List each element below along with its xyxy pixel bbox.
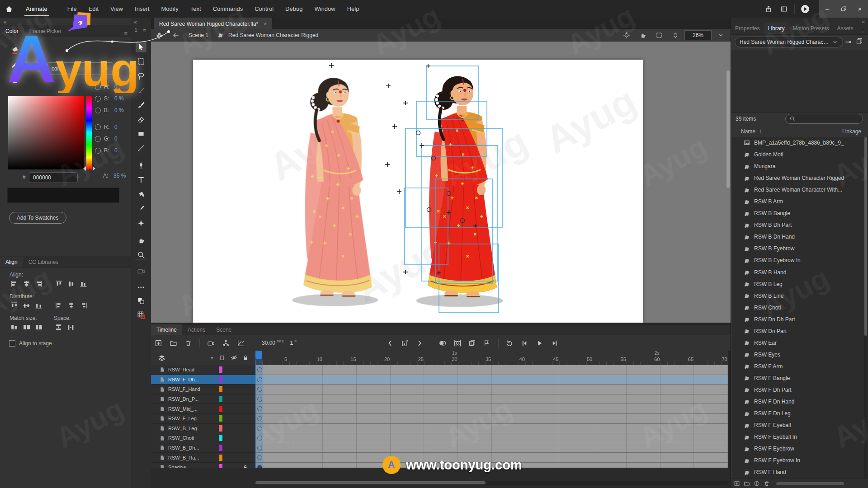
breadcrumb-symbol[interactable]: Red Saree Woman Character Rigged — [228, 32, 318, 38]
library-item-red-saree-woman-character-with-[interactable]: Red Saree Woman Character With... — [732, 184, 864, 196]
tool-pen[interactable] — [136, 160, 146, 171]
next-keyframe-icon[interactable] — [416, 339, 424, 347]
tool-snap-grid[interactable] — [136, 310, 146, 320]
frame-ruler[interactable]: 5101520253035404550556065701s2s — [255, 351, 728, 366]
library-horizontal-scrollbar[interactable] — [776, 482, 844, 485]
tool-swap-colors[interactable] — [136, 296, 146, 306]
frames-row-rsw-b-ha-[interactable] — [255, 453, 728, 463]
distribute-dt[interactable] — [8, 300, 20, 310]
distribute-dch[interactable] — [65, 300, 77, 310]
menu-modify[interactable]: Modify — [156, 0, 184, 18]
tool-more[interactable] — [136, 282, 146, 293]
zoom-dropdown-icon[interactable] — [717, 32, 724, 39]
menu-edit[interactable]: Edit — [83, 0, 104, 18]
match-mb[interactable] — [33, 322, 45, 332]
frames-grid[interactable] — [255, 365, 728, 468]
advanced-layers-icon[interactable] — [222, 339, 230, 347]
delete-item-icon[interactable] — [764, 480, 770, 487]
library-item-rsw-f-eyeball-in[interactable]: RSW F Eyeball In — [732, 431, 864, 443]
layer-row-rsw-f-leg[interactable]: RSW_F_Leg — [151, 414, 255, 424]
align-al[interactable] — [8, 279, 20, 289]
layer-name[interactable]: RSW_Choti — [168, 435, 194, 441]
r-radio[interactable] — [95, 124, 101, 130]
layer-row-rsw-choti[interactable]: RSW_Choti — [151, 433, 255, 443]
library-item-rsw-f-dh-part[interactable]: RSW F Dh Part — [732, 384, 864, 396]
tool-rectangle[interactable] — [136, 128, 146, 139]
item-properties-icon[interactable] — [754, 480, 760, 487]
new-symbol-icon[interactable] — [734, 480, 740, 487]
tab-motion-presets[interactable]: Motion Presets — [788, 23, 833, 34]
align-acv[interactable] — [65, 279, 77, 289]
library-item-rsw-f-hand[interactable]: RSW F Hand — [732, 466, 864, 478]
align-at[interactable] — [53, 279, 65, 289]
rotate-tool-icon[interactable] — [639, 32, 646, 39]
hue-marker-left[interactable] — [83, 166, 86, 171]
library-item-golden-moti[interactable]: Golden Moti — [732, 149, 864, 160]
swap-fill-stroke-icon[interactable] — [10, 76, 18, 84]
layer-row-rsw-f-dh-[interactable]: RSW_F_Dh... — [151, 375, 255, 385]
distribute-dcv[interactable] — [20, 300, 33, 310]
frames-row-rsw-dn-p-[interactable] — [255, 394, 728, 404]
play-icon[interactable] — [536, 339, 543, 347]
tab-frame-picker[interactable]: Frame Picker — [24, 26, 67, 37]
zoom-stepper[interactable] — [672, 32, 679, 39]
library-vertical-scrollbar[interactable] — [864, 137, 868, 478]
close-tab-icon[interactable]: × — [264, 21, 267, 27]
layer-color-chip[interactable] — [219, 455, 222, 461]
timeline-horizontal-scrollbar[interactable] — [255, 481, 728, 485]
match-mw[interactable] — [8, 322, 20, 332]
library-item-rsw-dn-dh-part[interactable]: RSW Dn Dh Part — [732, 314, 864, 325]
align-ab[interactable] — [77, 279, 90, 289]
delete-layer-icon[interactable] — [184, 339, 192, 347]
new-folder-icon[interactable] — [170, 339, 177, 347]
alpha-value[interactable]: 35 % — [113, 173, 126, 179]
fill-color-icon[interactable] — [10, 45, 20, 55]
tool-eraser[interactable] — [136, 114, 146, 125]
layer-name[interactable]: RSW_Dn_P... — [168, 396, 198, 402]
tool-asset-warp[interactable] — [136, 218, 146, 229]
outline-column-icon[interactable] — [219, 354, 225, 361]
layer-color-chip[interactable] — [219, 415, 222, 422]
library-item-rsw-f-eyebrow-in[interactable]: RSW F Eyebrow In — [732, 455, 864, 466]
tab-cc-libraries[interactable]: CC Libraries — [23, 257, 64, 267]
layer-color-chip[interactable] — [219, 366, 222, 373]
new-layer-icon[interactable] — [155, 339, 162, 347]
library-item-rsw-dn-part[interactable]: RSW Dn Part — [732, 325, 864, 337]
frames-row-rsw-f-dh-[interactable] — [255, 375, 728, 385]
tool-hand[interactable] — [136, 235, 146, 246]
align-ach[interactable] — [20, 279, 33, 289]
tool-line[interactable] — [136, 143, 146, 154]
tab-actions[interactable]: Actions — [182, 324, 211, 335]
sort-arrow-icon[interactable]: ↑ — [759, 128, 762, 135]
h-radio[interactable] — [95, 84, 101, 90]
collapse-tools-icon[interactable]: « — [134, 19, 137, 25]
distribute-db[interactable] — [33, 300, 45, 310]
column-name[interactable]: Name — [741, 128, 755, 135]
layer-name[interactable]: RSW_F_Hand — [168, 386, 200, 392]
library-item-rsw-b-eyebrow-in[interactable]: RSW B Eyebrow In — [732, 254, 864, 266]
layer-color-chip[interactable] — [219, 396, 222, 402]
hex-input[interactable]: 000000 — [29, 172, 78, 183]
loop-icon[interactable] — [506, 339, 514, 347]
layer-color-chip[interactable] — [219, 376, 222, 383]
back-arrow-icon[interactable] — [172, 32, 179, 39]
frames-row-rsw-b-dh-[interactable] — [255, 443, 728, 453]
b2-value[interactable]: 0 — [114, 147, 118, 154]
library-search-input[interactable] — [785, 114, 863, 124]
tool-text[interactable] — [136, 174, 146, 185]
layer-color-chip[interactable] — [219, 445, 222, 451]
library-item-rsw-f-eyebrow[interactable]: RSW F Eyebrow — [732, 443, 864, 455]
menu-window[interactable]: Window — [308, 0, 341, 18]
layer-row-rsw-b-leg[interactable]: RSW_B_Leg — [151, 424, 255, 434]
space-sv[interactable] — [52, 322, 65, 332]
menu-debug[interactable]: Debug — [279, 0, 308, 18]
test-movie-play-icon[interactable] — [797, 4, 813, 14]
camera-icon[interactable] — [207, 339, 215, 347]
tab-timeline[interactable]: Timeline — [151, 324, 182, 335]
layer-color-chip[interactable] — [219, 386, 222, 392]
library-item-rsw-b-hand[interactable]: RSW B Hand — [732, 267, 864, 278]
step-back-icon[interactable] — [521, 339, 528, 347]
g-value[interactable]: 0 — [114, 136, 118, 142]
tab-assets[interactable]: Assets — [833, 23, 857, 34]
s-radio[interactable] — [95, 96, 101, 102]
